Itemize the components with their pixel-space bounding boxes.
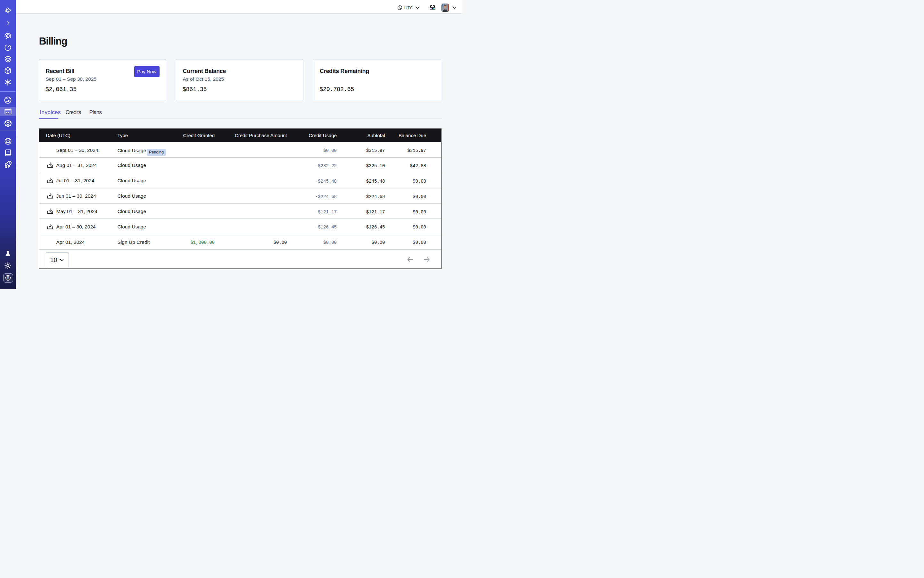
svg-text:$: $ bbox=[7, 276, 9, 280]
